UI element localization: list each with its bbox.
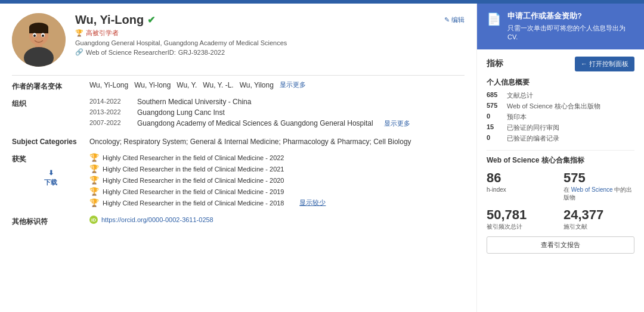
awards-section: 获奖 ⬇ 下载 🏆 Highly Cited Researcher in the… [12,153,465,210]
citation-report-button[interactable]: 查看引文报告 [487,236,634,254]
avatar [12,13,66,67]
publications-value: 575 [564,170,634,186]
orcid-link[interactable]: https://orcid.org/0000-0002-3611-0258 [101,216,213,223]
info-row-5: 0 已验证的编者记录 [487,134,634,143]
name-variants-list: Wu, Yi-Long Wu, Yi-long Wu, Y. Wu, Y. -L… [89,80,465,89]
citations-box: 50,781 被引频次总计 [487,207,558,230]
researcher-id-label: Web of Science ResearcherID: [86,49,176,56]
trophy-icon-1: 🏆 [89,153,99,162]
orcid-row: iD https://orcid.org/0000-0002-3611-0258 [89,216,465,224]
promo-title: 申请工作或基金资助? [507,11,634,21]
awards-label-col: 获奖 ⬇ 下载 [12,153,89,210]
publications-label: 在 Web of Science 中的出版物 [564,186,634,201]
org-label: 组织 [12,98,89,130]
researcher-id-row: 🔗 Web of Science ResearcherID: GRJ-9238-… [75,48,465,56]
highly-cited-text: 高被引学者 [86,29,119,38]
org-row-1: 2014-2022 Southern Medical University - … [89,98,465,106]
trophy-icon-2: 🏆 [89,164,99,173]
show-more-names-link[interactable]: 显示更多 [280,80,306,89]
show-more-orgs-link[interactable]: 显示更多 [384,119,410,128]
info-label-5: 已验证的编者记录 [507,134,634,143]
profile-header: Wu, Yi-Long ✔ ✎ 编辑 🏆 高被引学者 Guangdong Gen… [12,13,465,67]
svg-rect-3 [29,27,48,33]
h-index-box: 86 h-index [487,170,558,201]
award-text-3: Highly Cited Researcher in the field of … [103,177,284,184]
other-ids-label: 其他标识符 [12,216,89,227]
metrics-panel: 指标 ← 打开控制面板 个人信息概要 685 文献总计 575 Web of S… [477,49,644,312]
svg-point-9 [42,35,44,37]
award-item-3: 🏆 Highly Cited Researcher in the field o… [89,176,465,185]
org-name-2: Guangdong Lung Canc Inst [137,108,225,117]
divider-1 [12,75,465,76]
subject-label: Subject Categories [12,136,89,147]
info-num-1: 685 [487,91,503,98]
award-item-2: 🏆 Highly Cited Researcher in the field o… [89,164,465,173]
subject-content: Oncology; Respiratory System; General & … [89,136,465,147]
publications-box: 575 在 Web of Science 中的出版物 [564,170,634,201]
trophy-icon-4: 🏆 [89,187,99,196]
org-year-1: 2014-2022 [89,98,131,106]
variant-1: Wu, Yi-Long [89,81,128,89]
citations-label: 被引频次总计 [487,223,558,230]
info-num-5: 0 [487,134,503,141]
org-content: 2014-2022 Southern Medical University - … [89,98,465,130]
download-button[interactable]: ⬇ 下载 [12,169,89,187]
promo-banner: 📄 申请工作或基金资助? 只需一次单击即可将您的个人信息导出为 CV. [477,4,644,49]
org-name-3: Guangdong Academy of Medical Sciences & … [137,119,373,128]
verified-icon: ✔ [147,14,155,26]
info-label-4: 已验证的同行审阅 [507,123,634,132]
info-label-2: Web of Science 核心合集出版物 [507,102,634,111]
metrics-header: 指标 ← 打开控制面板 [487,57,634,71]
affiliation-text: Guangdong General Hospital, Guangdong Ac… [75,39,465,46]
trophy-icon-5: 🏆 [89,198,99,207]
org-name-1: Southern Medical University - China [137,98,251,106]
researcher-id-value: GRJ-9238-2022 [178,49,225,56]
profile-info: Wu, Yi-Long ✔ ✎ 编辑 🏆 高被引学者 Guangdong Gen… [75,13,465,67]
citing-articles-label: 施引文献 [564,223,634,230]
control-panel-button[interactable]: ← 打开控制面板 [575,57,634,71]
info-num-3: 0 [487,113,503,120]
org-row-3: 2007-2022 Guangdong Academy of Medical S… [89,119,465,128]
award-text-2: Highly Cited Researcher in the field of … [103,166,284,173]
awards-content: 🏆 Highly Cited Researcher in the field o… [89,153,465,210]
highly-cited-badge: 🏆 高被引学者 [75,29,465,38]
edit-button[interactable]: ✎ 编辑 [444,15,465,24]
info-row-2: 575 Web of Science 核心合集出版物 [487,102,634,111]
award-text-5: Highly Cited Researcher in the field of … [103,199,284,207]
show-less-link[interactable]: 显示较少 [299,198,326,207]
org-year-2: 2013-2022 [89,108,131,117]
other-ids-content: iD https://orcid.org/0000-0002-3611-0258 [89,216,465,227]
info-row-1: 685 文献总计 [487,91,634,100]
citations-value: 50,781 [487,207,558,223]
awards-label: 获奖 [12,154,89,164]
trophy-icon-3: 🏆 [89,176,99,185]
name-variants-section: 作者的署名变体 Wu, Yi-Long Wu, Yi-long Wu, Y. W… [12,80,465,92]
metrics-title: 指标 [487,58,503,69]
info-row-4: 15 已验证的同行审阅 [487,123,634,132]
download-label: 下载 [44,178,57,187]
org-year-3: 2007-2022 [89,119,131,128]
info-label-1: 文献总计 [507,91,634,100]
subject-section: Subject Categories Oncology; Respiratory… [12,136,465,147]
wos-title: Web of Science 核心合集指标 [487,155,634,166]
metrics-grid: 86 h-index 575 在 Web of Science 中的出版物 50… [487,170,634,230]
info-label-3: 预印本 [507,113,634,121]
award-text-1: Highly Cited Researcher in the field of … [103,154,284,161]
info-num-2: 575 [487,102,503,109]
promo-text: 申请工作或基金资助? 只需一次单击即可将您的个人信息导出为 CV. [507,11,634,42]
info-row-3: 0 预印本 [487,113,634,121]
promo-icon: 📄 [487,12,501,26]
orcid-icon: iD [89,216,98,224]
award-text-4: Highly Cited Researcher in the field of … [103,188,284,195]
download-icon: ⬇ [48,169,54,177]
award-item-4: 🏆 Highly Cited Researcher in the field o… [89,187,465,196]
variant-3: Wu, Y. [177,81,197,89]
org-section: 组织 2014-2022 Southern Medical University… [12,98,465,130]
subject-text: Oncology; Respiratory System; General & … [89,136,465,147]
award-item-1: 🏆 Highly Cited Researcher in the field o… [89,153,465,162]
citing-articles-value: 24,377 [564,207,634,223]
name-text: Wu, Yi-Long [75,13,144,27]
profile-name: Wu, Yi-Long ✔ [75,13,155,27]
variant-2: Wu, Yi-long [134,81,171,89]
left-panel: Wu, Yi-Long ✔ ✎ 编辑 🏆 高被引学者 Guangdong Gen… [0,4,477,312]
